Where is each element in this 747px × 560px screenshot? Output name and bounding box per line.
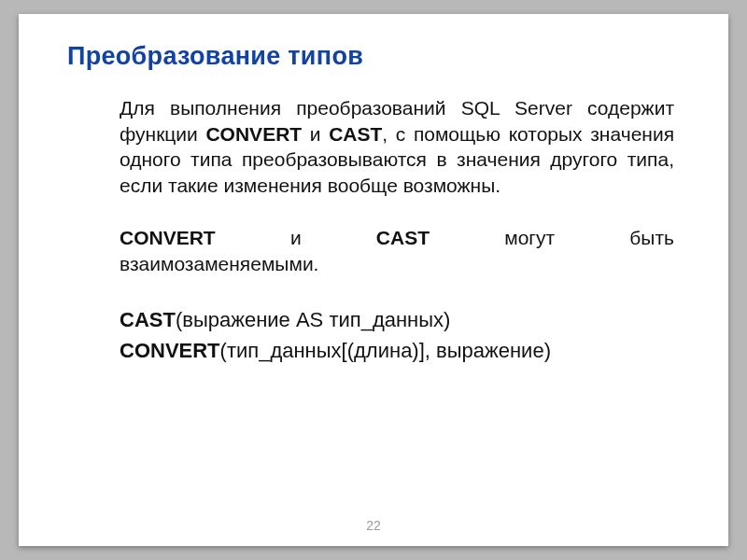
- text: быть: [629, 225, 674, 251]
- keyword-cast: CAST: [120, 308, 176, 331]
- line: взаимозаменяемыми.: [120, 251, 674, 277]
- keyword-convert: CONVERT: [120, 339, 220, 362]
- keyword-cast: CAST: [329, 123, 382, 145]
- slide-body: Для выполнения преобразований SQL Server…: [120, 95, 674, 364]
- paragraph-interchangeable: CONVERT и CAST могут быть взаимозаменяем…: [120, 225, 674, 276]
- text: и: [302, 123, 329, 145]
- page-number: 22: [19, 518, 728, 533]
- slide: Преобразование типов Для выполнения прео…: [19, 14, 728, 546]
- text: могут: [504, 225, 555, 251]
- keyword-cast: CAST: [376, 225, 430, 251]
- stage: Преобразование типов Для выполнения прео…: [0, 0, 747, 560]
- keyword-convert: CONVERT: [205, 123, 302, 145]
- syntax-cast: CAST(выражение AS тип_данных): [120, 306, 674, 333]
- line: CONVERT и CAST могут быть: [120, 225, 674, 251]
- page-title: Преобразование типов: [67, 42, 680, 71]
- keyword-convert: CONVERT: [120, 225, 216, 251]
- text: (выражение AS тип_данных): [176, 308, 451, 331]
- paragraph-intro: Для выполнения преобразований SQL Server…: [120, 95, 674, 199]
- text: (тип_данных[(длина)], выражение): [220, 339, 551, 362]
- syntax-convert: CONVERT(тип_данных[(длина)], выражение): [120, 337, 674, 364]
- text: и: [290, 225, 302, 251]
